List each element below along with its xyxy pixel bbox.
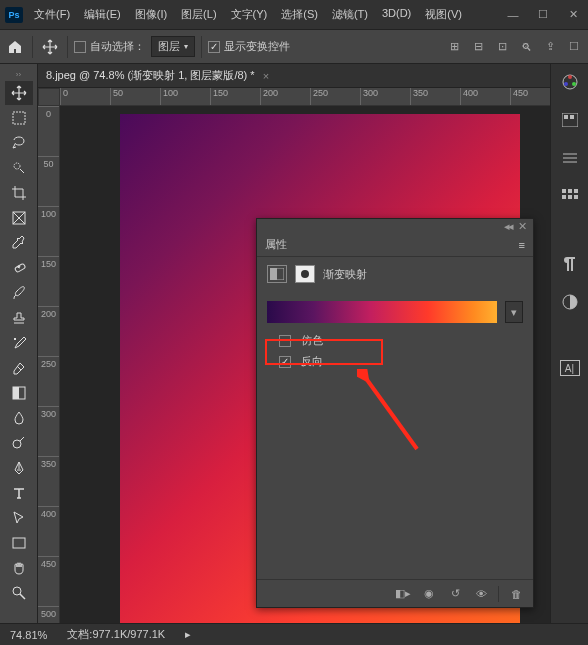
marquee-tool[interactable]: [5, 106, 33, 130]
svg-line-26: [365, 377, 417, 449]
close-button[interactable]: ✕: [558, 0, 588, 30]
menu-view[interactable]: 视图(V): [419, 1, 468, 28]
app-logo: Ps: [0, 0, 28, 30]
align-icon-1[interactable]: ⊞: [444, 37, 464, 57]
svg-rect-5: [13, 387, 19, 399]
panel-collapse-icon[interactable]: ◂◂: [504, 220, 512, 233]
shape-tool[interactable]: [5, 531, 33, 555]
adjustment-label: 渐变映射: [323, 267, 367, 282]
document-tab[interactable]: 8.jpeg @ 74.8% (渐变映射 1, 图层蒙版/8) *×: [38, 64, 550, 88]
ruler-vertical[interactable]: 050100150200250300350400450500550600: [38, 106, 60, 623]
svg-rect-0: [13, 112, 25, 124]
gradient-preview[interactable]: [267, 301, 497, 323]
delete-icon[interactable]: 🗑: [507, 585, 525, 603]
minimize-button[interactable]: —: [498, 0, 528, 30]
panel-footer: ◧▸ ◉ ↺ 👁 🗑: [257, 579, 533, 607]
path-select-tool[interactable]: [5, 506, 33, 530]
svg-point-8: [13, 587, 21, 595]
reset-icon[interactable]: ↺: [446, 585, 464, 603]
swatches-panel-icon[interactable]: [558, 110, 582, 130]
quick-select-tool[interactable]: [5, 156, 33, 180]
menu-image[interactable]: 图像(I): [129, 1, 173, 28]
search-icon[interactable]: 🔍︎: [516, 37, 536, 57]
menu-edit[interactable]: 编辑(E): [78, 1, 127, 28]
history-brush-tool[interactable]: [5, 331, 33, 355]
autoselect-checkbox[interactable]: 自动选择：: [74, 39, 145, 54]
panel-menu-icon[interactable]: ≡: [519, 239, 525, 251]
svg-rect-17: [568, 189, 572, 193]
gradient-tool[interactable]: [5, 381, 33, 405]
character-panel-icon[interactable]: [558, 292, 582, 312]
crop-tool[interactable]: [5, 181, 33, 205]
svg-rect-21: [574, 195, 578, 199]
svg-point-6: [13, 440, 21, 448]
zoom-level[interactable]: 74.81%: [10, 629, 47, 641]
menu-layer[interactable]: 图层(L): [175, 1, 222, 28]
svg-rect-18: [574, 189, 578, 193]
view-previous-icon[interactable]: ◉: [420, 585, 438, 603]
svg-point-10: [568, 75, 572, 79]
pen-tool[interactable]: [5, 456, 33, 480]
svg-rect-19: [562, 195, 566, 199]
healing-tool[interactable]: [5, 256, 33, 280]
brush-tool[interactable]: [5, 281, 33, 305]
reverse-label: 反向: [301, 354, 323, 369]
menu-filter[interactable]: 滤镜(T): [326, 1, 374, 28]
panel-close-icon[interactable]: ✕: [518, 220, 527, 233]
reverse-checkbox[interactable]: [279, 356, 291, 368]
adjustments-panel-icon[interactable]: [558, 186, 582, 206]
ruler-horizontal[interactable]: 050100150200250300350400450500: [60, 88, 550, 106]
hand-tool[interactable]: [5, 556, 33, 580]
options-bar: 自动选择： 图层▾ 显示变换控件 ⊞ ⊟ ⊡ 🔍︎ ⇪ ☐: [0, 30, 588, 64]
dodge-tool[interactable]: [5, 431, 33, 455]
menu-3d[interactable]: 3D(D): [376, 1, 417, 28]
show-transform-checkbox[interactable]: 显示变换控件: [208, 39, 290, 54]
zoom-tool[interactable]: [5, 581, 33, 605]
workspace-icon[interactable]: ☐: [564, 37, 584, 57]
tools-expand[interactable]: ››: [0, 68, 37, 80]
stamp-tool[interactable]: [5, 306, 33, 330]
menu-type[interactable]: 文字(Y): [225, 1, 274, 28]
lasso-tool[interactable]: [5, 131, 33, 155]
type-tool[interactable]: [5, 481, 33, 505]
svg-rect-20: [568, 195, 572, 199]
titlebar: Ps 文件(F) 编辑(E) 图像(I) 图层(L) 文字(Y) 选择(S) 滤…: [0, 0, 588, 30]
clip-to-layer-icon[interactable]: ◧▸: [394, 585, 412, 603]
paragraph-panel-icon[interactable]: [558, 254, 582, 274]
eraser-tool[interactable]: [5, 356, 33, 380]
svg-point-25: [301, 270, 309, 278]
close-tab-icon[interactable]: ×: [263, 70, 269, 82]
svg-rect-14: [564, 115, 568, 119]
maximize-button[interactable]: ☐: [528, 0, 558, 30]
home-icon[interactable]: [4, 36, 26, 58]
move-tool[interactable]: [5, 81, 33, 105]
autoselect-target-select[interactable]: 图层▾: [151, 36, 195, 57]
eyedropper-tool[interactable]: [5, 231, 33, 255]
mask-icon[interactable]: [295, 265, 315, 283]
menu-file[interactable]: 文件(F): [28, 1, 76, 28]
share-icon[interactable]: ⇪: [540, 37, 560, 57]
doc-info[interactable]: 文档:977.1K/977.1K: [67, 627, 165, 642]
statusbar: 74.81% 文档:977.1K/977.1K ▸: [0, 623, 588, 645]
svg-rect-16: [562, 189, 566, 193]
properties-tab[interactable]: 属性: [265, 237, 287, 252]
svg-point-11: [572, 82, 576, 86]
libraries-panel-icon[interactable]: [558, 148, 582, 168]
status-menu-icon[interactable]: ▸: [185, 628, 191, 641]
gradient-dropdown[interactable]: ▾: [505, 301, 523, 323]
move-tool-icon[interactable]: [39, 36, 61, 58]
menu-select[interactable]: 选择(S): [275, 1, 324, 28]
svg-rect-24: [270, 268, 277, 280]
svg-point-1: [14, 163, 20, 169]
toggle-visibility-icon[interactable]: 👁: [472, 585, 490, 603]
frame-tool[interactable]: [5, 206, 33, 230]
glyphs-panel-icon[interactable]: A|: [560, 360, 580, 376]
dither-checkbox[interactable]: [279, 335, 291, 347]
window-controls: — ☐ ✕: [498, 0, 588, 30]
ruler-origin[interactable]: [38, 88, 60, 106]
align-icon-2[interactable]: ⊟: [468, 37, 488, 57]
color-panel-icon[interactable]: [558, 72, 582, 92]
align-icon-3[interactable]: ⊡: [492, 37, 512, 57]
adjustment-type-row: 渐变映射: [267, 265, 523, 283]
blur-tool[interactable]: [5, 406, 33, 430]
